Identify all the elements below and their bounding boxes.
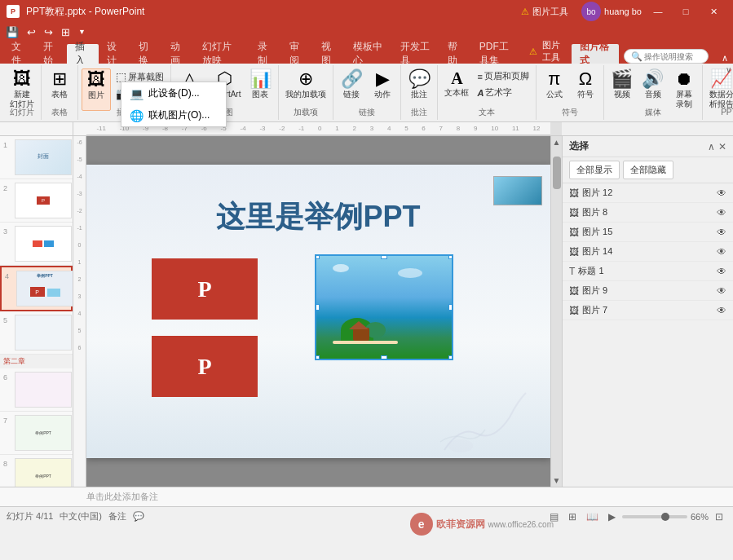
scroll-down[interactable]: ▼ bbox=[551, 474, 563, 487]
handle-bm[interactable] bbox=[381, 355, 387, 360]
selection-panel-title: 选择 bbox=[569, 139, 589, 153]
maximize-button[interactable]: □ bbox=[673, 3, 699, 20]
sel-item-pic8[interactable]: 🖼 图片 8 👁 bbox=[563, 203, 733, 223]
audio-button[interactable]: 🔊 音频 bbox=[638, 68, 668, 111]
eye-icon-pic9[interactable]: 👁 bbox=[717, 285, 726, 297]
handle-tm[interactable] bbox=[381, 254, 387, 259]
insert-online-picture[interactable]: 🌐 联机图片(O)... bbox=[121, 104, 226, 126]
fit-slide-btn[interactable]: ⊡ bbox=[712, 509, 726, 524]
slide-thumb-4[interactable]: 4 举例PPT P bbox=[0, 266, 73, 311]
eye-icon-pic14[interactable]: 👁 bbox=[717, 246, 726, 258]
show-all-button[interactable]: 全部显示 bbox=[569, 161, 620, 179]
panel-up-btn[interactable]: ∧ bbox=[708, 141, 715, 152]
eye-icon-pic8[interactable]: 👁 bbox=[717, 207, 726, 218]
panel-close-btn[interactable]: ✕ bbox=[718, 141, 726, 152]
tab-transitions[interactable]: 切换 bbox=[130, 44, 162, 64]
eye-icon-pic12[interactable]: 👁 bbox=[717, 187, 726, 199]
slideshow-btn[interactable]: ▶ bbox=[605, 509, 619, 524]
scroll-thumb[interactable] bbox=[553, 157, 561, 189]
tab-design[interactable]: 设计 bbox=[99, 44, 130, 64]
slide-thumb-2[interactable]: 2 P bbox=[0, 179, 73, 223]
sel-item-pic15[interactable]: 🖼 图片 15 👁 bbox=[563, 223, 733, 242]
symbol-button[interactable]: Ω 符号 bbox=[571, 68, 600, 111]
tab-slideshow[interactable]: 幻灯片放映 bbox=[194, 44, 249, 64]
qa-save[interactable]: 💾 bbox=[3, 25, 21, 39]
tab-pictureformat[interactable]: 图片格式 bbox=[572, 44, 619, 64]
zoom-thumb[interactable] bbox=[661, 513, 669, 521]
qa-dropdown[interactable]: ▼ bbox=[76, 27, 88, 37]
reading-view-btn[interactable]: 📖 bbox=[583, 509, 602, 524]
handle-mr[interactable] bbox=[448, 304, 453, 311]
handle-tr[interactable] bbox=[448, 254, 453, 259]
textbox-button[interactable]: A 文本框 bbox=[441, 68, 472, 111]
close-button[interactable]: ✕ bbox=[700, 3, 726, 20]
slide-thumb-5[interactable]: 5 bbox=[0, 311, 73, 355]
formula-button[interactable]: π 公式 bbox=[540, 68, 569, 111]
notes-area[interactable]: 单击此处添加备注 bbox=[0, 487, 733, 506]
tab-animations[interactable]: 动画 bbox=[162, 44, 194, 64]
wordart-button[interactable]: A 艺术字 bbox=[474, 85, 532, 100]
qa-presenter[interactable]: ⊞ bbox=[59, 25, 73, 39]
tab-review[interactable]: 审阅 bbox=[281, 44, 313, 64]
new-slide-button[interactable]: 🖼 新建幻灯片 bbox=[7, 68, 38, 111]
video-button[interactable]: 🎬 视频 bbox=[607, 68, 637, 111]
header-footer-button[interactable]: ≡ 页眉和页脚 bbox=[474, 68, 532, 84]
tab-record[interactable]: 录制 bbox=[249, 44, 281, 64]
vertical-scrollbar[interactable]: ▲ ▼ bbox=[550, 136, 562, 487]
handle-ml[interactable] bbox=[315, 304, 320, 311]
help-search-input[interactable] bbox=[644, 52, 701, 61]
slide-thumb-6[interactable]: 6 bbox=[0, 368, 73, 412]
analytics-button[interactable]: 📈 数据分析报告 bbox=[706, 68, 733, 111]
sel-item-pic12[interactable]: 🖼 图片 12 👁 bbox=[563, 183, 733, 203]
handle-br[interactable] bbox=[448, 355, 453, 360]
screenrec-button[interactable]: ⏺ 屏幕录制 bbox=[669, 68, 699, 111]
table-button[interactable]: ⊞ 表格 bbox=[45, 68, 74, 111]
hide-all-button[interactable]: 全部隐藏 bbox=[623, 161, 673, 179]
minimize-button[interactable]: — bbox=[645, 3, 671, 20]
expand-ribbon-arrow[interactable]: ∨ bbox=[726, 65, 731, 74]
picture-button[interactable]: 🖼 图片 bbox=[82, 68, 111, 111]
slide-thumb-1[interactable]: 1 封面 bbox=[0, 136, 73, 179]
slide-thumb-7[interactable]: 7 举例PPT bbox=[0, 412, 73, 455]
sel-item-pic14[interactable]: 🖼 图片 14 👁 bbox=[563, 242, 733, 262]
qa-undo[interactable]: ↩ bbox=[24, 25, 38, 39]
comment-icon-status[interactable]: 💬 bbox=[133, 511, 144, 522]
zoom-slider[interactable] bbox=[622, 515, 687, 518]
tab-view[interactable]: 视图 bbox=[313, 44, 345, 64]
tab-file[interactable]: 文件 bbox=[3, 44, 35, 64]
scroll-track[interactable] bbox=[551, 148, 562, 474]
tab-devtools[interactable]: 开发工具 bbox=[392, 44, 439, 64]
tab-pdftools[interactable]: PDF工具集 bbox=[471, 44, 527, 64]
slide-thumb-3[interactable]: 3 bbox=[0, 223, 73, 266]
eye-icon-title1[interactable]: 👁 bbox=[717, 266, 726, 277]
myaddins-button[interactable]: ⊕ 我的加载项 bbox=[282, 68, 329, 111]
slide-thumb-image[interactable] bbox=[493, 176, 542, 205]
slide-canvas-area[interactable]: 这里是举例PPT P P bbox=[86, 136, 550, 487]
help-search-area[interactable]: 🔍 bbox=[619, 49, 717, 64]
notes-label[interactable]: 备注 bbox=[108, 510, 126, 523]
sel-item-pic9[interactable]: 🖼 图片 9 👁 bbox=[563, 281, 733, 301]
tab-insert[interactable]: 插入 bbox=[67, 44, 99, 64]
qa-redo[interactable]: ↪ bbox=[42, 25, 55, 39]
sel-item-title1[interactable]: T 标题 1 👁 bbox=[563, 262, 733, 281]
selected-image[interactable] bbox=[315, 254, 453, 360]
expand-ribbon-btn[interactable]: ∧ bbox=[717, 53, 733, 64]
selection-panel-buttons: 全部显示 全部隐藏 bbox=[563, 157, 733, 183]
tab-templates[interactable]: 模板中心 bbox=[345, 44, 392, 64]
tab-help[interactable]: 帮助 bbox=[439, 44, 471, 64]
slide-sorter-btn[interactable]: ⊞ bbox=[565, 509, 580, 524]
eye-icon-pic7[interactable]: 👁 bbox=[717, 305, 726, 316]
tab-home[interactable]: 开始 bbox=[35, 44, 67, 64]
action-button[interactable]: ▶ 动作 bbox=[368, 68, 397, 111]
scroll-up[interactable]: ▲ bbox=[551, 136, 563, 148]
insert-from-device[interactable]: 💻 此设备(D)... bbox=[121, 82, 226, 104]
eye-icon-pic15[interactable]: 👁 bbox=[717, 227, 726, 238]
handle-bl[interactable] bbox=[315, 355, 320, 360]
sel-item-pic7[interactable]: 🖼 图片 7 👁 bbox=[563, 301, 733, 320]
comment-button[interactable]: 💬 批注 bbox=[404, 68, 434, 111]
user-avatar[interactable]: bo bbox=[581, 2, 601, 21]
chart-button[interactable]: 📊 图表 bbox=[245, 68, 275, 111]
slide-thumb-8[interactable]: 8 举例PPT bbox=[0, 455, 73, 487]
handle-tl[interactable] bbox=[315, 254, 320, 259]
link-button[interactable]: 🔗 链接 bbox=[337, 68, 366, 111]
